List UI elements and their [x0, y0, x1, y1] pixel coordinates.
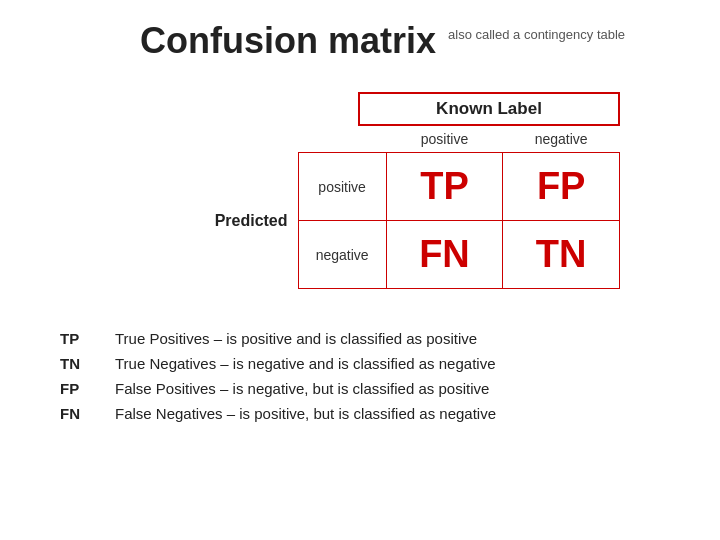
- tp-cell: TP: [386, 153, 503, 221]
- def-tp-text: True Positives – is positive and is clas…: [115, 330, 477, 347]
- fp-cell: FP: [503, 153, 620, 221]
- def-fp-abbr: FP: [60, 380, 95, 397]
- def-tn-text: True Negatives – is negative and is clas…: [115, 355, 496, 372]
- def-fp: FP False Positives – is negative, but is…: [60, 380, 680, 397]
- row-header-positive: positive: [298, 153, 386, 221]
- def-fn: FN False Negatives – is positive, but is…: [60, 405, 680, 422]
- fn-cell: FN: [386, 221, 503, 289]
- definitions-section: TP True Positives – is positive and is c…: [60, 330, 680, 430]
- row-header-negative: negative: [298, 221, 386, 289]
- def-tn-abbr: TN: [60, 355, 95, 372]
- def-fn-abbr: FN: [60, 405, 95, 422]
- matrix-table: positive negative Predicted positive TP …: [200, 126, 620, 289]
- known-label-header: Known Label: [358, 92, 620, 126]
- def-tn: TN True Negatives – is negative and is c…: [60, 355, 680, 372]
- def-tp-abbr: TP: [60, 330, 95, 347]
- tn-cell: TN: [503, 221, 620, 289]
- predicted-row-label: Predicted: [200, 153, 298, 289]
- def-fp-text: False Positives – is negative, but is cl…: [115, 380, 489, 397]
- def-tp: TP True Positives – is positive and is c…: [60, 330, 680, 347]
- def-fn-text: False Negatives – is positive, but is cl…: [115, 405, 496, 422]
- page-title: Confusion matrix: [140, 20, 436, 62]
- subtitle-text: also called a contingency table: [448, 26, 625, 44]
- confusion-matrix-container: Known Label positive negative Predicted …: [200, 92, 630, 289]
- col-header-negative: negative: [503, 126, 620, 153]
- col-header-positive: positive: [386, 126, 503, 153]
